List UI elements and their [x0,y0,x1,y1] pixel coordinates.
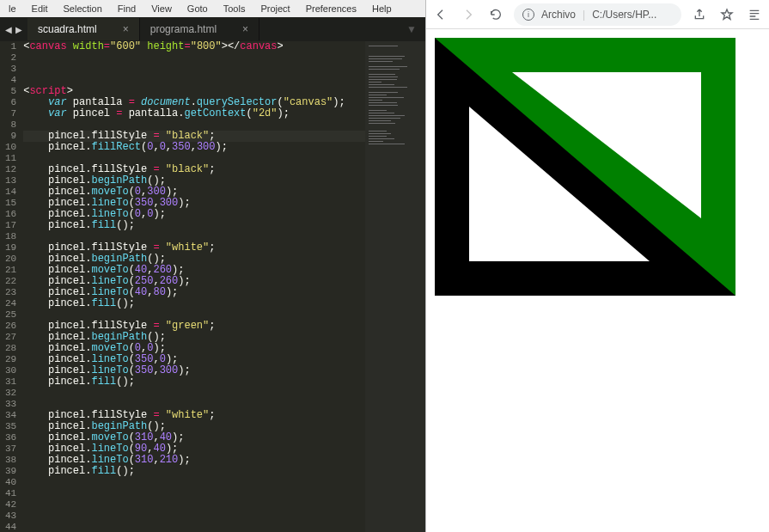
back-button[interactable] [431,5,450,24]
tab-overflow-icon[interactable]: ▼ [398,23,425,35]
canvas-render [435,38,735,296]
menu-file[interactable]: le [3,2,21,15]
arrow-right-icon [461,8,475,21]
browser-toolbar: i Archivo | C:/Users/HP... [426,0,769,29]
menu-project[interactable]: Project [255,2,295,15]
bookmark-button[interactable] [717,5,736,24]
menu-selection[interactable]: Selection [58,2,107,15]
line-gutter: 1234567891011121314151617181920212223242… [0,41,23,532]
menu-bar: le Edit Selection Find View Goto Tools P… [0,0,425,17]
tab-nav-fwd-icon[interactable]: ▶ [15,25,22,34]
menu-goto[interactable]: Goto [182,2,213,15]
address-bar[interactable]: i Archivo | C:/Users/HP... [514,3,681,26]
info-icon: i [522,9,534,21]
menu-edit[interactable]: Edit [27,2,53,15]
address-prefix: Archivo [541,9,576,21]
page-viewport [426,29,769,532]
code-content[interactable]: <canvas width="600" height="800"></canva… [23,41,365,532]
share-button[interactable] [690,5,709,24]
menu-help[interactable]: Help [367,2,397,15]
code-editor-window: le Edit Selection Find View Goto Tools P… [0,0,425,532]
menu-find[interactable]: Find [113,2,141,15]
tab-nav-back-icon[interactable]: ◀ [5,25,12,34]
reader-button[interactable] [745,5,764,24]
forward-button[interactable] [459,5,478,24]
close-icon[interactable]: × [242,23,248,35]
address-path: C:/Users/HP... [592,9,656,21]
reload-button[interactable] [486,5,505,24]
browser-window: i Archivo | C:/Users/HP... [425,0,769,532]
arrow-left-icon [434,8,448,21]
star-icon [720,8,734,21]
share-icon [693,8,706,21]
reload-icon [489,8,503,21]
menu-tools[interactable]: Tools [218,2,251,15]
tab-programa[interactable]: programa.html × [140,18,259,40]
tab-bar: ◀ ▶ scuadra.html × programa.html × ▼ [0,17,425,41]
menu-view[interactable]: View [146,2,177,15]
minimap[interactable] [365,41,425,532]
menu-preferences[interactable]: Preferences [301,2,362,15]
close-icon[interactable]: × [123,23,129,35]
reader-icon [748,8,761,21]
tab-scuadra[interactable]: scuadra.html × [27,18,140,40]
code-area[interactable]: 1234567891011121314151617181920212223242… [0,41,425,532]
tab-label: scuadra.html [38,23,97,35]
tab-label: programa.html [150,23,217,35]
